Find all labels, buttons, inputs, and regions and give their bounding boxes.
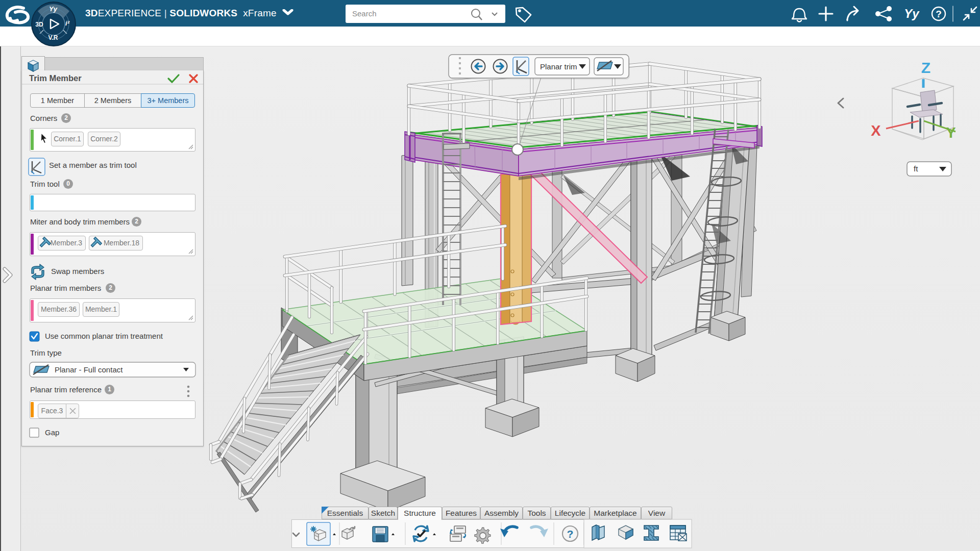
svg-text:?: ?: [936, 9, 942, 19]
svg-text:i²: i²: [65, 19, 70, 27]
svg-text:Trim Member: Trim Member: [29, 73, 82, 83]
svg-text:Planar - Full contact: Planar - Full contact: [55, 365, 123, 374]
svg-text:?: ?: [567, 528, 574, 540]
svg-text:Yy: Yy: [49, 5, 58, 13]
svg-text:Y: Y: [946, 124, 955, 141]
svg-text:Yy: Yy: [904, 7, 920, 20]
svg-text:V.R: V.R: [48, 34, 58, 41]
svg-text:X: X: [871, 122, 881, 139]
svg-text:3D: 3D: [35, 21, 43, 28]
svg-text:Planar trim: Planar trim: [540, 62, 577, 71]
svg-text:ft: ft: [914, 164, 918, 173]
